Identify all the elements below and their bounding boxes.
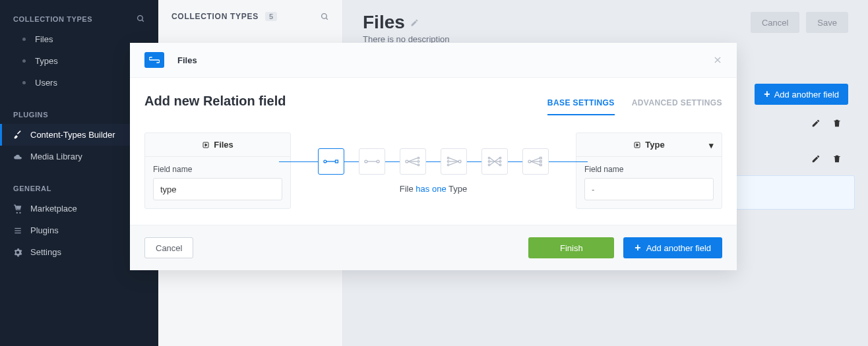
- panel2-count: 5: [265, 12, 277, 21]
- relation-icon: [144, 52, 164, 68]
- target-entity-card: Type ▾ Field name: [576, 132, 722, 209]
- cancel-button[interactable]: Cancel: [751, 12, 799, 33]
- svg-line-43: [531, 161, 540, 165]
- svg-line-25: [450, 158, 459, 161]
- sidebar-item-label: Media Library: [30, 152, 82, 161]
- source-entity-title: Files: [214, 140, 233, 150]
- modal-tabs: BASE SETTINGS ADVANCED SETTINGS: [547, 98, 722, 115]
- sidebar-section-collection-types: COLLECTION TYPES: [0, 9, 158, 28]
- relation-type-has-belongs-one[interactable]: [359, 148, 385, 175]
- save-button[interactable]: Save: [806, 12, 848, 33]
- source-entity-card: Files Field name: [144, 132, 291, 209]
- sidebar-section-label: PLUGINS: [13, 111, 48, 119]
- relation-modal: Files Add new Relation field BASE SETTIN…: [130, 43, 737, 270]
- cloud-icon: [13, 152, 22, 161]
- svg-marker-48: [636, 144, 638, 146]
- svg-point-0: [138, 16, 143, 21]
- svg-line-1: [142, 20, 144, 22]
- close-icon[interactable]: [713, 55, 722, 65]
- sidebar-item-label: Marketplace: [30, 204, 77, 214]
- svg-point-24: [458, 160, 461, 163]
- bullet-icon: [22, 81, 26, 84]
- chevron-down-icon[interactable]: ▾: [709, 140, 714, 150]
- pencil-icon[interactable]: [811, 119, 821, 128]
- svg-point-30: [447, 163, 449, 165]
- svg-point-29: [447, 160, 449, 162]
- svg-point-5: [322, 13, 327, 18]
- svg-point-16: [377, 160, 379, 163]
- svg-point-28: [447, 157, 449, 159]
- page-title-text: Files: [363, 12, 405, 33]
- relation-type-many-to-many[interactable]: [481, 148, 508, 175]
- relation-type-many-way[interactable]: [522, 148, 549, 175]
- cart-icon: [13, 204, 22, 214]
- svg-rect-13: [336, 160, 338, 163]
- field-name-label: Field name: [153, 165, 282, 174]
- svg-point-35: [499, 160, 501, 162]
- collection-icon: [202, 141, 210, 149]
- pencil-icon[interactable]: [811, 154, 821, 163]
- relation-type-has-many[interactable]: [441, 148, 467, 175]
- svg-point-33: [488, 163, 490, 165]
- sidebar-item-label: Settings: [30, 247, 61, 257]
- tab-base-settings[interactable]: BASE SETTINGS: [547, 98, 615, 115]
- sidebar-item-label: Plugins: [30, 225, 59, 235]
- modal-cancel-button[interactable]: Cancel: [144, 237, 193, 258]
- gear-icon: [13, 248, 22, 257]
- svg-point-17: [406, 160, 408, 163]
- bullet-icon: [22, 38, 26, 41]
- svg-point-34: [499, 157, 501, 159]
- relation-type-has-one[interactable]: [318, 148, 344, 175]
- plus-icon: +: [635, 242, 640, 254]
- list-icon: [13, 226, 22, 235]
- panel2-title: COLLECTION TYPES: [171, 12, 259, 21]
- svg-line-18: [408, 158, 418, 161]
- svg-marker-10: [205, 144, 207, 146]
- svg-point-22: [418, 160, 419, 162]
- pencil-icon[interactable]: [410, 18, 419, 27]
- modal-add-another-field-button[interactable]: + Add another field: [623, 237, 722, 258]
- search-icon[interactable]: [137, 14, 145, 23]
- relation-caption-relation: has one: [416, 184, 446, 194]
- sidebar-section-label: COLLECTION TYPES: [13, 15, 92, 23]
- svg-line-27: [450, 161, 459, 165]
- sidebar-item-label: Files: [35, 34, 53, 44]
- source-field-name-input[interactable]: [153, 178, 282, 200]
- modal-footer: Cancel Finish + Add another field: [130, 225, 737, 270]
- target-field-name-input[interactable]: [584, 178, 714, 200]
- modal-title: Add new Relation field: [144, 94, 286, 109]
- relation-type-selector: [291, 148, 576, 175]
- svg-rect-46: [540, 163, 542, 165]
- sidebar-item-label: Types: [35, 56, 58, 66]
- svg-rect-44: [540, 157, 542, 159]
- add-another-field-button[interactable]: + Add another field: [755, 84, 848, 105]
- modal-breadcrumb: Files: [177, 55, 197, 65]
- svg-point-14: [365, 160, 367, 163]
- svg-point-23: [418, 163, 419, 165]
- trash-icon[interactable]: [832, 119, 842, 128]
- svg-point-11: [324, 160, 326, 163]
- tab-advanced-settings[interactable]: ADVANCED SETTINGS: [632, 98, 722, 115]
- svg-rect-45: [540, 160, 542, 162]
- search-icon[interactable]: [321, 13, 329, 21]
- brush-icon: [13, 130, 22, 140]
- svg-point-31: [488, 157, 490, 159]
- relation-caption: File has one Type: [291, 184, 576, 194]
- finish-button[interactable]: Finish: [528, 237, 614, 258]
- sidebar-section-label: GENERAL: [13, 185, 51, 192]
- sidebar-item-label: Users: [35, 78, 57, 88]
- modal-header: Files: [130, 43, 737, 78]
- relation-type-belongs-many[interactable]: [400, 148, 426, 175]
- svg-line-20: [408, 161, 418, 165]
- modal-add-another-field-label: Add another field: [646, 243, 711, 253]
- bullet-icon: [22, 59, 26, 63]
- svg-point-21: [418, 157, 419, 159]
- trash-icon[interactable]: [832, 154, 842, 163]
- target-entity-title: Type: [645, 140, 664, 150]
- svg-point-36: [499, 163, 501, 165]
- svg-point-32: [488, 160, 490, 162]
- svg-point-40: [528, 160, 531, 163]
- sidebar-item-label: Content-Types Builder: [30, 130, 115, 140]
- svg-line-41: [531, 158, 540, 161]
- collection-icon: [633, 141, 641, 149]
